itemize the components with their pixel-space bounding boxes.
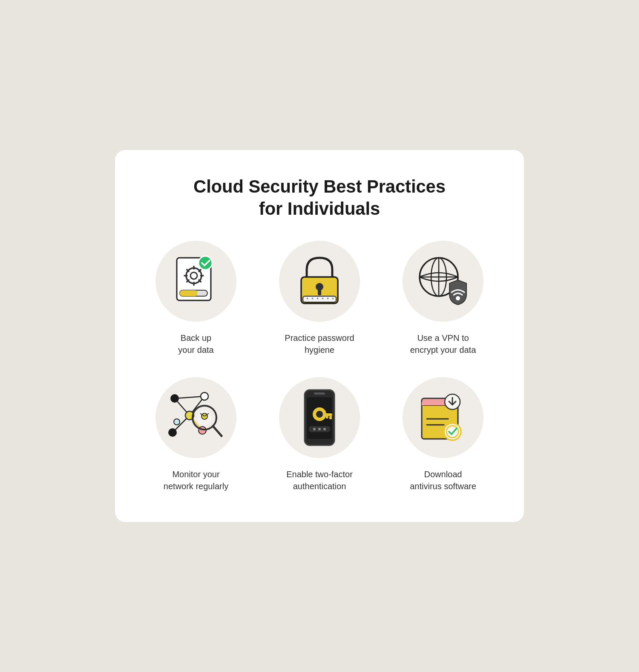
2fa-label: Enable two-factorauthentication: [286, 468, 353, 492]
page-title: Cloud Security Best Practices for Indivi…: [141, 176, 498, 220]
svg-rect-51: [323, 413, 332, 416]
vpn-icon: [415, 254, 471, 309]
svg-point-55: [313, 428, 316, 430]
item-vpn: Use a VPN toencrypt your data: [388, 241, 498, 356]
svg-text:*: *: [306, 296, 308, 303]
svg-rect-53: [326, 416, 328, 418]
item-password-hygiene: * * * * * * Practice passwordhygiene: [264, 241, 375, 356]
svg-point-28: [456, 296, 460, 300]
icon-circle-2fa: [279, 377, 360, 458]
svg-rect-12: [180, 290, 198, 296]
svg-text:*: *: [322, 296, 324, 303]
svg-point-37: [169, 429, 176, 436]
item-back-up-data: Back upyour data: [141, 241, 251, 356]
icon-circle-password: * * * * * *: [279, 241, 360, 322]
svg-point-50: [316, 411, 323, 418]
item-two-factor: Enable two-factorauthentication: [264, 377, 375, 492]
vpn-label: Use a VPN toencrypt your data: [410, 332, 476, 356]
network-icon: [166, 390, 226, 445]
practices-grid: Back upyour data *: [141, 241, 498, 492]
network-label: Monitor yournetwork regularly: [164, 468, 228, 492]
svg-point-34: [201, 392, 208, 400]
antivirus-icon: [417, 390, 469, 445]
svg-point-39: [174, 419, 180, 425]
svg-rect-52: [329, 416, 332, 419]
icon-circle-antivirus: [403, 377, 484, 458]
icon-circle-vpn: [403, 241, 484, 322]
antivirus-label: Downloadantivirus software: [410, 468, 476, 492]
svg-line-33: [175, 396, 204, 398]
icon-circle-network: [155, 377, 236, 458]
svg-text:*: *: [311, 296, 314, 303]
svg-line-41: [213, 426, 222, 436]
svg-text:*: *: [327, 296, 329, 303]
svg-text:*: *: [332, 296, 334, 303]
svg-point-57: [323, 428, 326, 430]
backup-icon: [170, 254, 222, 309]
icon-circle-backup: [155, 241, 236, 322]
password-label: Practice passwordhygiene: [285, 332, 354, 356]
svg-point-13: [199, 256, 212, 270]
main-card: Cloud Security Best Practices for Indivi…: [115, 150, 524, 522]
item-antivirus: Downloadantivirus software: [388, 377, 498, 492]
svg-point-35: [171, 395, 178, 402]
svg-point-56: [318, 428, 321, 430]
svg-rect-48: [314, 392, 325, 395]
svg-text:*: *: [317, 296, 319, 303]
password-icon: * * * * * *: [296, 254, 343, 309]
svg-rect-16: [318, 288, 321, 295]
2fa-icon: [300, 388, 339, 447]
item-monitor-network: Monitor yournetwork regularly: [141, 377, 251, 492]
backup-label: Back upyour data: [178, 332, 213, 356]
svg-point-66: [446, 425, 459, 438]
